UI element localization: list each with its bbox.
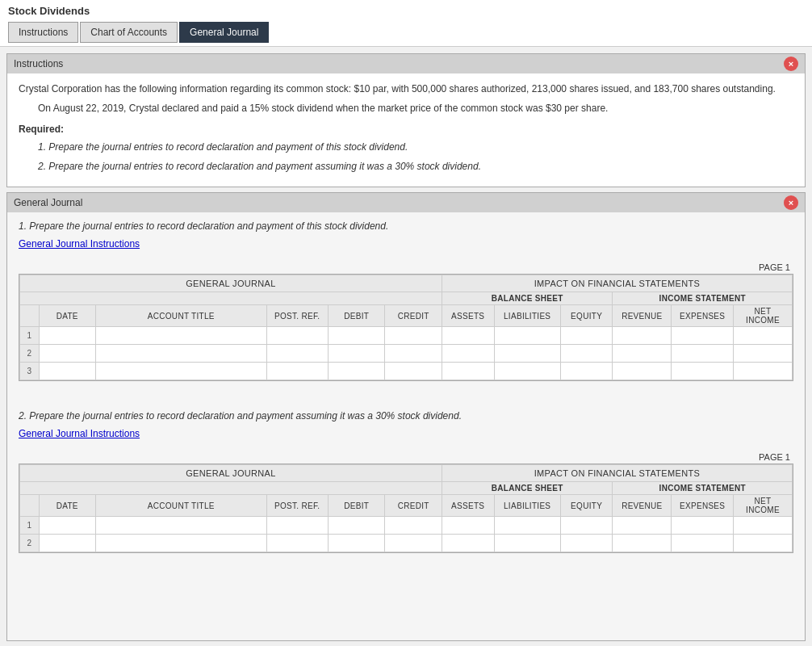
cell-credit-2-1[interactable]	[385, 517, 442, 535]
col-date-2: DATE	[39, 495, 96, 517]
cell-credit-1-1[interactable]	[385, 327, 442, 345]
cell-revenue-2-2[interactable]	[613, 535, 672, 552]
instructions-close-button[interactable]: ×	[784, 57, 798, 71]
cell-expenses-1-2[interactable]	[672, 345, 734, 363]
cell-account-1-3[interactable]	[96, 363, 267, 380]
general-journal-close-button[interactable]: ×	[784, 195, 798, 210]
cell-date-1-2[interactable]	[39, 345, 96, 363]
cell-expenses-2-1[interactable]	[672, 517, 734, 535]
tab-instructions[interactable]: Instructions	[8, 22, 78, 43]
cell-liabilities-1-1[interactable]	[494, 327, 560, 345]
gj-sub-blank-2	[20, 482, 442, 495]
cell-expenses-1-1[interactable]	[672, 327, 734, 345]
col-assets-1: ASSETS	[442, 305, 494, 327]
table-header-row-4: BALANCE SHEET INCOME STATEMENT	[20, 482, 793, 495]
table-row: 2	[20, 345, 793, 363]
cell-liabilities-2-2[interactable]	[494, 535, 560, 552]
journal-table-2: GENERAL JOURNAL IMPACT ON FINANCIAL STAT…	[19, 464, 793, 553]
col-debit-2: DEBIT	[328, 495, 385, 517]
cell-credit-1-3[interactable]	[385, 363, 442, 380]
cell-netincome-1-1[interactable]	[734, 327, 793, 345]
cell-assets-1-3[interactable]	[442, 363, 494, 380]
journal-table-1: GENERAL JOURNAL IMPACT ON FINANCIAL STAT…	[19, 274, 793, 381]
cell-postref-2-2[interactable]	[266, 535, 328, 552]
cell-debit-1-2[interactable]	[328, 345, 385, 363]
journal-section-2: 2. Prepare the journal entries to record…	[7, 402, 805, 574]
cell-assets-2-2[interactable]	[442, 535, 494, 552]
cell-account-1-2[interactable]	[96, 345, 267, 363]
cell-assets-1-1[interactable]	[442, 327, 494, 345]
table-row: 1	[20, 517, 793, 535]
col-expenses-2: EXPENSES	[672, 495, 734, 517]
cell-debit-2-1[interactable]	[328, 517, 385, 535]
cell-equity-1-3[interactable]	[560, 363, 613, 380]
cell-equity-2-1[interactable]	[560, 517, 613, 535]
instructions-panel-body: Crystal Corporation has the following in…	[7, 73, 805, 187]
cell-liabilities-2-1[interactable]	[494, 517, 560, 535]
cell-liabilities-1-3[interactable]	[494, 363, 560, 380]
tab-general-journal[interactable]: General Journal	[179, 22, 269, 43]
cell-expenses-2-2[interactable]	[672, 535, 734, 552]
table-col-headers-1: DATE ACCOUNT TITLE POST. REF. DEBIT CRED…	[20, 305, 793, 327]
table-header-row-1: GENERAL JOURNAL IMPACT ON FINANCIAL STAT…	[20, 275, 793, 292]
instructions-panel-title: Instructions	[14, 58, 63, 69]
cell-revenue-1-3[interactable]	[613, 363, 672, 380]
tab-chart-of-accounts[interactable]: Chart of Accounts	[80, 22, 178, 43]
page-label-2: PAGE 1	[19, 449, 793, 464]
col-account-2: ACCOUNT TITLE	[96, 495, 267, 517]
cell-date-1-1[interactable]	[39, 327, 96, 345]
cell-equity-1-1[interactable]	[560, 327, 613, 345]
instructions-required-label: Required:	[19, 122, 793, 136]
table-row: 2	[20, 535, 793, 552]
row-num-1-3: 3	[20, 363, 40, 380]
cell-date-2-2[interactable]	[39, 535, 96, 552]
cell-date-1-3[interactable]	[39, 363, 96, 380]
cell-postref-1-2[interactable]	[266, 345, 328, 363]
cell-credit-1-2[interactable]	[385, 345, 442, 363]
journal-instructions-link-1[interactable]: General Journal Instructions	[19, 238, 140, 250]
cell-postref-1-3[interactable]	[266, 363, 328, 380]
journal-table-element-1: GENERAL JOURNAL IMPACT ON FINANCIAL STAT…	[19, 275, 793, 380]
col-equity-1: EQUITY	[560, 305, 613, 327]
cell-netincome-2-1[interactable]	[734, 517, 793, 535]
cell-account-2-1[interactable]	[96, 517, 267, 535]
cell-revenue-1-1[interactable]	[613, 327, 672, 345]
cell-netincome-2-2[interactable]	[734, 535, 793, 552]
income-stmt-label-2: INCOME STATEMENT	[613, 482, 793, 495]
balance-sheet-label-2: BALANCE SHEET	[442, 482, 613, 495]
col-revenue-2: REVENUE	[613, 495, 672, 517]
cell-liabilities-1-2[interactable]	[494, 345, 560, 363]
cell-equity-2-2[interactable]	[560, 535, 613, 552]
cell-account-2-2[interactable]	[96, 535, 267, 552]
gj-label-2: GENERAL JOURNAL	[20, 465, 442, 482]
col-netincome-2: NET INCOME	[734, 495, 793, 517]
cell-credit-2-2[interactable]	[385, 535, 442, 552]
cell-revenue-2-1[interactable]	[613, 517, 672, 535]
cell-postref-2-1[interactable]	[266, 517, 328, 535]
cell-assets-2-1[interactable]	[442, 517, 494, 535]
cell-postref-1-1[interactable]	[266, 327, 328, 345]
cell-netincome-1-3[interactable]	[734, 363, 793, 380]
journal-instructions-link-2[interactable]: General Journal Instructions	[19, 428, 140, 439]
journal-scroll-area[interactable]: 1. Prepare the journal entries to record…	[7, 212, 805, 640]
cell-debit-1-1[interactable]	[328, 327, 385, 345]
table-row: 1	[20, 327, 793, 345]
journal-task-text-1: 1. Prepare the journal entries to record…	[19, 220, 793, 232]
cell-revenue-1-2[interactable]	[613, 345, 672, 363]
col-debit-1: DEBIT	[328, 305, 385, 327]
cell-account-1-1[interactable]	[96, 327, 267, 345]
impact-label-1: IMPACT ON FINANCIAL STATEMENTS	[442, 275, 792, 292]
cell-netincome-1-2[interactable]	[734, 345, 793, 363]
cell-date-2-1[interactable]	[39, 517, 96, 535]
cell-debit-1-3[interactable]	[328, 363, 385, 380]
cell-equity-1-2[interactable]	[560, 345, 613, 363]
cell-debit-2-2[interactable]	[328, 535, 385, 552]
cell-expenses-1-3[interactable]	[672, 363, 734, 380]
gj-label-1: GENERAL JOURNAL	[20, 275, 442, 292]
col-assets-2: ASSETS	[442, 495, 494, 517]
instructions-para-4: 2. Prepare the journal entries to record…	[38, 159, 793, 174]
cell-assets-1-2[interactable]	[442, 345, 494, 363]
balance-sheet-label-1: BALANCE SHEET	[442, 292, 613, 305]
col-rownumber-1	[20, 305, 40, 327]
income-stmt-label-1: INCOME STATEMENT	[613, 292, 793, 305]
